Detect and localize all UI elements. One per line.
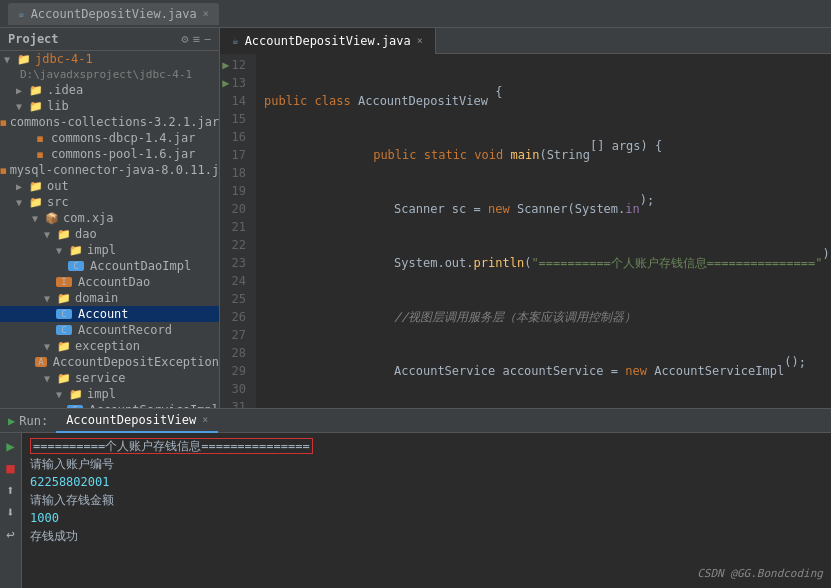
editor-tab-title[interactable]: ☕ AccountDepositView.java × [8, 3, 219, 25]
sidebar-item-dao[interactable]: ▼ 📁 dao [0, 226, 219, 242]
sidebar-item-mysql[interactable]: ◼ mysql-connector-java-8.0.11.jar [0, 162, 219, 178]
output-line-3: 62258802001 [30, 473, 823, 491]
bottom-content: ▶ ■ ⬆ ⬇ ↩ ==========个人账户存钱信息============… [0, 433, 831, 588]
code-line-12: public class AccountDepositView { [264, 92, 831, 110]
idea-label: .idea [47, 83, 83, 97]
exception-folder-icon: 📁 [56, 340, 72, 353]
jar-label-3: commons-pool-1.6.jar [51, 147, 196, 161]
accountdao-label: AccountDao [78, 275, 150, 289]
out-folder-icon: 📁 [28, 180, 44, 193]
accountrecord-label: AccountRecord [78, 323, 172, 337]
service-impl-arrow: ▼ [56, 389, 68, 400]
tab-close-btn[interactable]: × [417, 35, 423, 46]
sidebar-item-accountdepositexception[interactable]: A AccountDepositException [0, 354, 219, 370]
jar-icon-4: ◼ [0, 164, 7, 177]
class-c-icon-accountrecord: C [56, 325, 72, 335]
sidebar-item-src[interactable]: ▼ 📁 src [0, 194, 219, 210]
comxja-arrow: ▼ [32, 213, 44, 224]
ln-23: 23 [220, 254, 250, 272]
output-line-4: 请输入存钱金额 [30, 491, 823, 509]
service-impl-folder-icon: 📁 [68, 388, 84, 401]
editor-tab-accountdepositview[interactable]: ☕ AccountDepositView.java × [220, 28, 436, 54]
domain-label: domain [75, 291, 118, 305]
code-line-16: //视图层调用服务层（本案应该调用控制器） [264, 308, 831, 326]
ln-29: 29 [220, 362, 250, 380]
sidebar-item-com-xja[interactable]: ▼ 📦 com.xja [0, 210, 219, 226]
jar-label-1: commons-collections-3.2.1.jar [10, 115, 220, 129]
jar-label-4: mysql-connector-java-8.0.11.jar [10, 163, 220, 177]
lib-label: lib [47, 99, 69, 113]
tab-close-icon[interactable]: × [203, 8, 209, 19]
sidebar-item-accountdaoimpl[interactable]: C AccountDaoImpl [0, 258, 219, 274]
service-folder-icon: 📁 [56, 372, 72, 385]
lib-folder-icon: 📁 [28, 100, 44, 113]
wrap-btn[interactable]: ↩ [2, 525, 20, 543]
sidebar-item-commons-collections[interactable]: ◼ commons-collections-3.2.1.jar [0, 114, 219, 130]
run-label: ▶ Run: [0, 414, 56, 428]
output-line-1: ==========个人账户存钱信息=============== [30, 437, 823, 455]
tab-title-label: AccountDepositView.java [31, 7, 197, 21]
src-arrow: ▼ [16, 197, 28, 208]
comxja-label: com.xja [63, 211, 114, 225]
collapse-icon[interactable]: − [204, 32, 211, 46]
service-arrow: ▼ [44, 373, 56, 384]
bottom-panel: ▶ Run: AccountDepositView × ▶ ■ ⬆ ⬇ ↩ ==… [0, 408, 831, 588]
project-sidebar: Project ⚙ ≡ − ▼ 📁 jdbc-4-1 D:\javadxspro… [0, 28, 220, 408]
stop-btn[interactable]: ■ [2, 459, 20, 477]
output-line-5: 1000 [30, 509, 823, 527]
accountdaoimpl-label: AccountDaoImpl [90, 259, 191, 273]
run-icon: ▶ [8, 414, 15, 428]
class-c-icon-1: C [68, 261, 84, 271]
output-area: ==========个人账户存钱信息=============== 请输入账户编… [22, 433, 831, 588]
package-icon: 📦 [44, 212, 60, 225]
bottom-tab-close[interactable]: × [202, 414, 208, 425]
dao-arrow: ▼ [44, 229, 56, 240]
class-a-icon: A [35, 357, 47, 367]
bottom-tab-accountdepositview[interactable]: AccountDepositView × [56, 409, 218, 433]
scroll-bot-btn[interactable]: ⬇ [2, 503, 20, 521]
output-amount-value: 1000 [30, 511, 59, 525]
ln-12: ▶12 [220, 56, 250, 74]
ln-31: 31 [220, 398, 250, 408]
sidebar-item-accountdao[interactable]: I AccountDao [0, 274, 219, 290]
sidebar-item-service-impl[interactable]: ▼ 📁 impl [0, 386, 219, 402]
ln-22: 22 [220, 236, 250, 254]
out-label: out [47, 179, 69, 193]
sidebar-item-service[interactable]: ▼ 📁 service [0, 370, 219, 386]
code-area[interactable]: ▶12 ▶13 14 15 16 17 18 19 20 21 22 23 24… [220, 54, 831, 408]
sidebar-item-lib[interactable]: ▼ 📁 lib [0, 98, 219, 114]
accountdepositexception-label: AccountDepositException [53, 355, 219, 369]
ln-18: 18 [220, 164, 250, 182]
code-line-17: AccountService accountService = new Acco… [264, 362, 831, 380]
sidebar-item-root[interactable]: ▼ 📁 jdbc-4-1 [0, 51, 219, 67]
sidebar-item-idea[interactable]: ▶ 📁 .idea [0, 82, 219, 98]
account-label: Account [78, 307, 129, 321]
dao-folder-icon: 📁 [56, 228, 72, 241]
exception-arrow: ▼ [44, 341, 56, 352]
idea-arrow: ▶ [16, 85, 28, 96]
scroll-top-btn[interactable]: ⬆ [2, 481, 20, 499]
sidebar-item-out[interactable]: ▶ 📁 out [0, 178, 219, 194]
service-impl-label: impl [87, 387, 116, 401]
editor-tabs: ☕ AccountDepositView.java × [220, 28, 831, 54]
src-folder-icon: 📁 [28, 196, 44, 209]
code-line-15: System.out.println("==========个人账户存钱信息==… [264, 254, 831, 272]
output-prompt-amount: 请输入存钱金额 [30, 493, 114, 507]
expand-icon[interactable]: ≡ [193, 32, 200, 46]
sidebar-item-dao-impl[interactable]: ▼ 📁 impl [0, 242, 219, 258]
sidebar-item-accountrecord[interactable]: C AccountRecord [0, 322, 219, 338]
jar-icon: ◼ [0, 116, 7, 129]
run-again-btn[interactable]: ▶ [2, 437, 20, 455]
sidebar-item-commons-pool[interactable]: ◼ commons-pool-1.6.jar [0, 146, 219, 162]
sidebar-item-account[interactable]: C Account [0, 306, 219, 322]
ln-26: 26 [220, 308, 250, 326]
out-arrow: ▶ [16, 181, 28, 192]
output-success-msg: 存钱成功 [30, 529, 78, 543]
domain-arrow: ▼ [44, 293, 56, 304]
project-folder-icon: 📁 [16, 53, 32, 66]
settings-icon[interactable]: ⚙ [181, 32, 188, 46]
sidebar-item-domain[interactable]: ▼ 📁 domain [0, 290, 219, 306]
jar-icon-2: ◼ [32, 132, 48, 145]
sidebar-item-commons-dbcp[interactable]: ◼ commons-dbcp-1.4.jar [0, 130, 219, 146]
sidebar-item-exception[interactable]: ▼ 📁 exception [0, 338, 219, 354]
